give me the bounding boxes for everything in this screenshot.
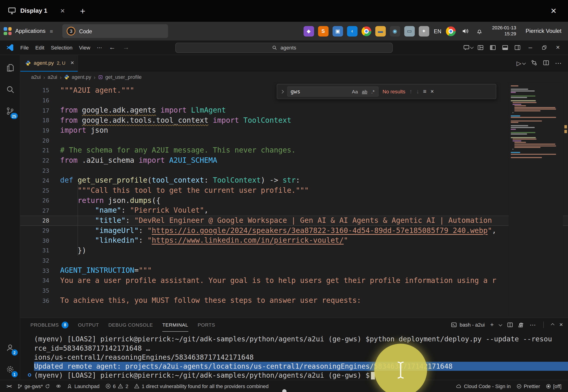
code-line-35[interactable]: 35 (20, 286, 568, 296)
linked-accounts[interactable] (53, 380, 64, 392)
match-case-icon[interactable]: Aa (351, 89, 359, 94)
regex-icon[interactable]: .* (371, 89, 375, 94)
explorer-icon[interactable] (1, 59, 18, 76)
panel-tab-debug-console[interactable]: DEBUG CONSOLE (108, 318, 153, 332)
prettier-status[interactable]: Prettier (514, 380, 543, 392)
code-line-26[interactable]: 26 return json.dumps({ (20, 196, 568, 206)
launchpad[interactable]: Launchpad (64, 380, 103, 392)
search-view-icon[interactable] (1, 81, 18, 98)
code-line-18[interactable]: 18from google.adk.tools.tool_context imp… (20, 115, 568, 125)
compare-changes-icon[interactable] (531, 59, 537, 67)
window-list-button-code[interactable]: 3 Code (62, 24, 168, 38)
spark-app-icon[interactable]: S (318, 26, 328, 36)
tab-agent-py[interactable]: agent.py 2, U × (20, 55, 78, 72)
whole-word-icon[interactable]: ab (361, 89, 368, 94)
toggle-panel-icon[interactable] (499, 42, 511, 53)
problems-summary[interactable]: 62 (102, 380, 131, 392)
maximize-panel-icon[interactable] (551, 323, 554, 326)
screencast-mode[interactable]: [off] (543, 380, 564, 392)
menu-file[interactable]: File (17, 42, 32, 53)
code-line-21[interactable]: 21# The schema for any A2UI message. Thi… (20, 145, 568, 155)
code-line-23[interactable]: 23 (20, 166, 568, 175)
git-branch[interactable]: ge-gws* (14, 380, 53, 392)
breadcrumb-item-a2ui[interactable]: a2ui (48, 74, 57, 80)
layout-grid-icon[interactable] (475, 42, 486, 53)
vulnerability-warning[interactable]: 1 direct vulnerability found for all the… (131, 380, 271, 392)
code-line-29[interactable]: 29 "imageUrl": "https://io.google/2024/s… (20, 225, 568, 236)
toggle-sidebar-icon[interactable] (487, 42, 498, 53)
panel-tab-problems[interactable]: PROBLEMS8 (30, 318, 69, 332)
accounts-icon[interactable]: 2 (1, 339, 18, 356)
code-line-36[interactable]: 36To achieve this, you MUST follow these… (20, 296, 568, 306)
files-app-icon[interactable]: ▬ (375, 26, 386, 36)
minimap[interactable] (508, 83, 563, 318)
screenshot-app-icon[interactable]: ◉ (389, 26, 400, 36)
split-terminal-icon[interactable] (507, 322, 513, 328)
find-next-icon[interactable]: ↓ (416, 88, 419, 95)
clock[interactable]: 2026-01-13 15:29 (492, 25, 516, 37)
code-line-25[interactable]: 25 """Call this tool to get the current … (20, 186, 568, 196)
code-line-27[interactable]: 27 "name": "Pierrick Voulet", (20, 206, 568, 215)
terminal-instance-label[interactable]: bash - a2ui (451, 322, 485, 328)
forward-button[interactable]: → (119, 44, 133, 51)
panel-tab-output[interactable]: OUTPUT (78, 318, 99, 332)
split-editor-icon[interactable] (543, 59, 549, 67)
toggle-secondary-sidebar-icon[interactable] (511, 42, 523, 53)
tab-close-icon[interactable]: × (70, 59, 74, 67)
code-line-31[interactable]: 31 }) (20, 246, 568, 256)
vscode-app-icon[interactable]: ‹ (347, 26, 357, 36)
close-button[interactable]: × (551, 42, 564, 53)
breadcrumb-item-a2ui[interactable]: a2ui (31, 74, 41, 80)
more-actions-icon[interactable]: ⋯ (555, 59, 562, 67)
chat-icon[interactable] (462, 42, 474, 53)
code-line-24[interactable]: 24def get_user_profile(tool_context: Too… (20, 175, 568, 185)
code-line-17[interactable]: 17from google.adk.agents import LlmAgent (20, 105, 568, 115)
terminal-dropdown-icon[interactable] (499, 323, 502, 326)
find-close-icon[interactable]: × (431, 88, 434, 95)
browser-app-icon[interactable] (446, 26, 456, 36)
utility-app-icon[interactable]: ✦ (419, 26, 429, 36)
code-line-19[interactable]: 19import json (20, 126, 568, 135)
notifications-icon[interactable] (474, 26, 485, 36)
code-line-22[interactable]: 22from .a2ui_schema import A2UI_SCHEMA (20, 155, 568, 166)
code-line-30[interactable]: 30 "linkedin": "https://www.linkedin.com… (20, 236, 568, 245)
menu-view[interactable]: View (76, 42, 93, 53)
remote-indicator[interactable]: >< (4, 380, 15, 392)
kill-terminal-icon[interactable] (519, 322, 524, 328)
keyboard-layout-indicator[interactable]: EN (434, 28, 441, 34)
chrome-app-icon[interactable] (361, 26, 371, 36)
volume-icon[interactable] (460, 26, 470, 36)
find-input[interactable]: gws Aa ab .* (287, 86, 378, 97)
photos-app-icon[interactable]: ▣ (332, 26, 343, 36)
cloud-code-sign-in[interactable]: Cloud Code - Sign in (453, 380, 514, 392)
command-center-search[interactable]: agents (175, 42, 392, 53)
code-line-28[interactable]: 28 "title": "DevRel Engineer @ Google Wo… (20, 216, 568, 225)
back-button[interactable]: ← (105, 44, 119, 51)
panel-tab-ports[interactable]: PORTS (198, 318, 215, 332)
find-in-selection-icon[interactable]: ≡ (423, 88, 427, 95)
settings-gear-icon[interactable]: 1 (1, 361, 18, 378)
code-line-34[interactable]: 34You are a user profile assistant. Your… (20, 276, 568, 286)
close-panel-icon[interactable]: × (559, 321, 563, 328)
new-terminal-icon[interactable]: + (490, 321, 494, 328)
menu-selection[interactable]: Selection (48, 42, 76, 53)
source-control-icon[interactable]: 25 (1, 103, 18, 119)
restore-button[interactable] (538, 42, 551, 53)
display-tab-close-icon[interactable]: × (60, 6, 65, 15)
code-editor[interactable]: 15"""A2UI agent."""1617from google.adk.a… (20, 83, 568, 318)
toggle-replace-icon[interactable] (280, 90, 284, 93)
display-tab[interactable]: Display 1 × (0, 0, 70, 22)
minimize-button[interactable]: – (524, 42, 537, 53)
run-button[interactable]: ▷ (517, 59, 525, 67)
applications-menu[interactable]: Applications ≡ (4, 27, 53, 35)
breadcrumb-item-get_user_profile[interactable]: get_user_profile (105, 74, 142, 80)
code-line-33[interactable]: 33AGENT_INSTRUCTION=""" (20, 266, 568, 276)
menu-edit[interactable]: Edit (32, 42, 47, 53)
find-previous-icon[interactable]: ↑ (409, 88, 412, 95)
display-app-icon[interactable]: ▭ (404, 26, 415, 36)
panel-more-icon[interactable]: ⋯ (530, 321, 536, 329)
panel-tab-terminal[interactable]: TERMINAL (162, 318, 188, 332)
chat-app-icon[interactable]: ◆ (303, 26, 314, 36)
code-line-32[interactable]: 32 (20, 256, 568, 266)
new-tab-button[interactable]: + (80, 6, 85, 16)
